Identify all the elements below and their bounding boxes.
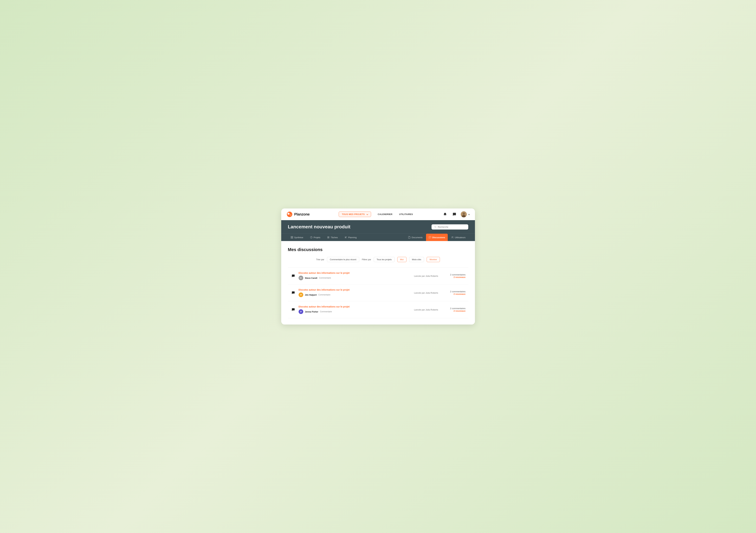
subnav-planning[interactable]: Planning: [342, 234, 359, 241]
bell-button[interactable]: [442, 211, 448, 217]
filtrer-par-label: Filtrer par: [362, 258, 371, 261]
project-title: Lancement nouveau produit: [288, 224, 351, 229]
user-avatar: JF: [299, 309, 303, 314]
discussion-launcher: Lancée par Julia Roberts: [414, 292, 447, 294]
avatar-chevron-icon: [468, 214, 470, 215]
nav-right: [442, 211, 470, 217]
discussion-main: Discutez autour des informations sur le …: [299, 288, 412, 297]
search-icon: [434, 226, 437, 228]
discussion-launcher: Lancée par Julia Roberts: [414, 275, 447, 277]
projets-icon: [310, 236, 312, 239]
mots-cles-button[interactable]: Mots-clés: [409, 257, 424, 262]
page-title: Mes discussions: [288, 247, 468, 252]
subnav-synthese[interactable]: Synthèse: [288, 234, 306, 241]
projects-dropdown-button[interactable]: TOUS MES PROJETS: [339, 211, 371, 217]
discussion-title[interactable]: Discutez autour des informations sur le …: [299, 288, 412, 291]
synthese-icon: [290, 236, 293, 239]
discussion-main: Discutez autour des informations sur le …: [299, 272, 412, 280]
comment-label: Commentaire: [318, 294, 330, 296]
discussion-chat-icon: [290, 291, 296, 295]
comment-count: 2 commentaires: [450, 274, 466, 276]
taches-icon: [327, 236, 330, 239]
svg-point-19: [453, 237, 453, 237]
subnav-discussions[interactable]: Discussions: [426, 234, 448, 241]
top-nav: Planzone TOUS MES PROJETS CALENDRIER UTI…: [281, 208, 475, 220]
new-count: 2 nouveaux: [450, 293, 466, 295]
comment-count: 2 commentaires: [450, 307, 466, 310]
planning-icon: [344, 236, 347, 239]
discussion-meta: SC Steve Carell Commentaire: [299, 276, 412, 280]
utilitaires-nav-link[interactable]: UTILITAIRES: [399, 213, 413, 216]
sub-nav-left: Synthèse Projets Tâches: [288, 234, 405, 241]
project-header: Lancement nouveau produit: [281, 220, 475, 233]
svg-rect-7: [291, 236, 292, 237]
messages-icon: [452, 212, 456, 216]
discussion-item: Discutez autour des informations sur le …: [288, 267, 468, 284]
new-count: 2 nouveaux: [450, 310, 466, 312]
discussions-icon: [429, 236, 431, 239]
svg-point-2: [289, 214, 291, 216]
main-content: Mes discussions Trier par Commentaire le…: [281, 241, 475, 325]
messages-button[interactable]: [451, 211, 457, 217]
trier-par-label: Trier par: [316, 258, 324, 261]
search-box: [432, 224, 468, 229]
bell-icon: [443, 212, 447, 216]
svg-rect-9: [291, 238, 292, 238]
documents-icon: [408, 236, 411, 239]
discussion-item: Discutez autour des informations sur le …: [288, 284, 468, 301]
nav-center: TOUS MES PROJETS CALENDRIER UTILITAIRES: [310, 211, 442, 217]
discussion-main: Discutez autour des informations sur le …: [299, 305, 412, 314]
sub-nav-right: Documents Discussions Utilisateurs: [405, 234, 468, 241]
search-input[interactable]: [438, 226, 465, 228]
discussion-count: 2 commentaires 2 nouveaux: [450, 290, 466, 295]
user-name: Jim Halpert: [305, 294, 317, 296]
user-name: Jenna Fisher: [305, 310, 318, 313]
logo-area: Planzone: [286, 211, 310, 217]
discussion-item: Discutez autour des informations sur le …: [288, 301, 468, 318]
sub-nav: Synthèse Projets Tâches: [281, 233, 475, 241]
svg-point-1: [287, 213, 289, 215]
discussion-chat-icon: [290, 308, 296, 311]
svg-point-4: [463, 212, 465, 215]
subnav-taches[interactable]: Tâches: [324, 234, 340, 241]
chevron-down-icon: [366, 214, 368, 215]
user-avatar-button[interactable]: [461, 211, 470, 217]
moi-button[interactable]: Moi: [397, 257, 406, 262]
discussion-meta: JH Jim Halpert Commentaire: [299, 292, 412, 297]
discussion-count: 2 commentaires 2 nouveaux: [450, 307, 466, 312]
trier-par-button[interactable]: Commentaire le plus récent: [327, 257, 359, 262]
comment-label: Commentaire: [320, 310, 332, 313]
comment-label: Commentaire: [319, 277, 331, 279]
logo-icon: [286, 211, 293, 217]
new-count: 2 nouveaux: [450, 276, 466, 279]
discussion-count: 2 commentaires 2 nouveaux: [450, 274, 466, 279]
calendrier-nav-link[interactable]: CALENDRIER: [378, 213, 392, 216]
discussion-launcher: Lancée par Julia Roberts: [414, 308, 447, 311]
tous-les-projets-button[interactable]: Tous les projets: [374, 257, 394, 262]
discussion-title[interactable]: Discutez autour des informations sur le …: [299, 272, 412, 274]
montrer-button[interactable]: Montrer: [427, 257, 440, 262]
user-avatar: SC: [299, 276, 303, 280]
svg-rect-12: [327, 236, 329, 237]
utilisateurs-icon: [451, 236, 454, 239]
comment-count: 2 commentaires: [450, 290, 466, 293]
subnav-utilisateurs[interactable]: Utilisateurs: [448, 234, 468, 241]
filter-bar: Trier par Commentaire le plus récent Fil…: [288, 257, 468, 262]
svg-rect-8: [292, 236, 293, 237]
app-container: Planzone TOUS MES PROJETS CALENDRIER UTI…: [281, 208, 475, 325]
subnav-projets[interactable]: Projets: [307, 234, 323, 241]
logo-text: Planzone: [294, 212, 310, 217]
user-name: Steve Carell: [305, 277, 317, 279]
discussion-meta: JF Jenna Fisher Commentaire: [299, 309, 412, 314]
discussion-chat-icon: [290, 274, 296, 278]
user-avatar: JH: [299, 292, 303, 297]
discussion-title[interactable]: Discutez autour des informations sur le …: [299, 305, 412, 308]
discussion-list: Discutez autour des informations sur le …: [288, 267, 468, 318]
svg-point-18: [452, 236, 452, 237]
subnav-documents[interactable]: Documents: [405, 234, 425, 241]
avatar: [461, 211, 467, 217]
avatar-image: [461, 211, 467, 217]
svg-rect-10: [292, 238, 293, 238]
